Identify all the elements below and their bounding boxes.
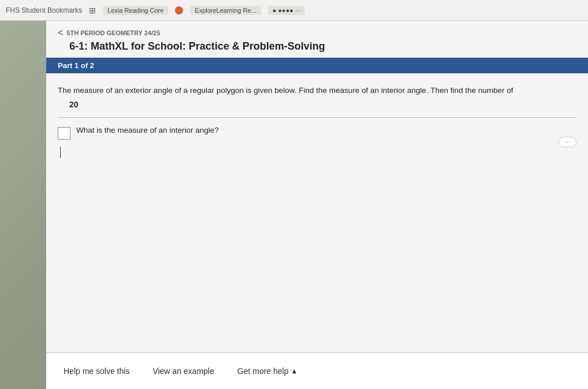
footer-bar: Help me solve this View an example Get m… <box>46 352 588 389</box>
tab-lexia[interactable]: Lexia Reading Core <box>103 6 168 15</box>
main-content: < 5TH PERIOD GEOMETRY 24/25 6-1: MathXL … <box>0 21 588 389</box>
given-value: 20 <box>69 100 576 109</box>
part-label: Part 1 of 2 <box>58 61 94 70</box>
help-me-solve-button[interactable]: Help me solve this <box>64 366 129 376</box>
tab-explore[interactable]: ExploreLearning Re... <box>190 6 260 15</box>
grid-icon: ⊞ <box>89 6 96 15</box>
sub-question-text: What is the measure of an interior angle… <box>76 126 576 134</box>
part-indicator: Part 1 of 2 <box>46 58 588 73</box>
tab-extra[interactable]: ● ●●●● ··· <box>268 6 306 15</box>
back-arrow-icon[interactable]: < <box>58 28 63 38</box>
question-main-text: The measure of an exterior angle of a re… <box>58 85 576 96</box>
get-more-help-area: Get more help ▲ <box>237 366 298 376</box>
back-nav: < 5TH PERIOD GEOMETRY 24/25 <box>58 28 576 38</box>
view-example-button[interactable]: View an example <box>152 366 214 376</box>
left-sidebar <box>0 21 46 389</box>
answer-input-box[interactable] <box>58 127 70 140</box>
panel-title: 6-1: MathXL for School: Practice & Probl… <box>69 40 576 53</box>
main-panel: < 5TH PERIOD GEOMETRY 24/25 6-1: MathXL … <box>46 21 588 389</box>
divider <box>58 117 576 118</box>
browser-bar: FHS Student Bookmarks ⊞ Lexia Reading Co… <box>0 0 588 21</box>
chevron-up-icon: ▲ <box>291 367 297 375</box>
panel-header: < 5TH PERIOD GEOMETRY 24/25 6-1: MathXL … <box>46 21 588 58</box>
sub-question-row: What is the measure of an interior angle… <box>58 126 576 140</box>
text-cursor <box>60 147 61 158</box>
get-more-help-label[interactable]: Get more help <box>237 366 289 376</box>
browser-bar-title: FHS Student Bookmarks <box>6 6 82 14</box>
explore-dot-icon <box>175 6 183 14</box>
ellipsis-button[interactable]: ··· <box>559 137 576 147</box>
nav-subtitle: 5TH PERIOD GEOMETRY 24/25 <box>66 29 160 36</box>
input-area <box>60 145 576 158</box>
question-area: The measure of an exterior angle of a re… <box>46 73 588 389</box>
